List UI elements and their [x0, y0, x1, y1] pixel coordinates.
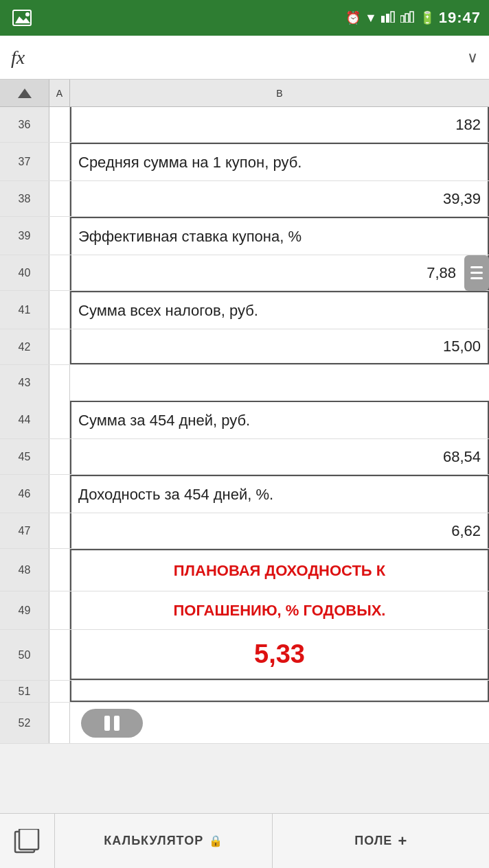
row-number-51: 51: [0, 681, 49, 702]
cell-42-b[interactable]: 15,00: [70, 329, 489, 364]
row-number-48: 48: [0, 549, 49, 591]
cell-41-a[interactable]: [49, 291, 70, 329]
cell-36-a[interactable]: [49, 107, 70, 142]
signal-icon: [381, 10, 396, 26]
select-all-triangle[interactable]: [18, 89, 32, 98]
row-number-36: 36: [0, 107, 49, 142]
formula-icon: fx: [11, 47, 25, 69]
spreadsheet: A B 36 182 37 Средняя сумма на 1 купон, …: [0, 80, 489, 744]
cell-38-b[interactable]: 39,39: [70, 181, 489, 216]
tab-calculator[interactable]: КАЛЬКУЛЯТОР 🔒: [55, 814, 273, 868]
table-row: 42 15,00: [0, 329, 489, 365]
svg-rect-5: [391, 12, 394, 23]
cell-48-a[interactable]: [49, 549, 70, 591]
row-number-44: 44: [0, 401, 49, 438]
tab-pole[interactable]: ПОЛЕ +: [273, 814, 490, 868]
table-row: 44 Сумма за 454 дней, руб.: [0, 401, 489, 439]
formula-chevron[interactable]: ∨: [467, 49, 478, 67]
table-row: 39 Эффективная ставка купона, %: [0, 217, 489, 255]
alarm-icon: ⏰: [345, 10, 361, 25]
cell-43-a[interactable]: [49, 365, 70, 401]
row-number-40: 40: [0, 255, 49, 290]
table-row: 47 6,62: [0, 513, 489, 549]
cell-50-b[interactable]: 5,33: [70, 630, 489, 680]
cell-45-b[interactable]: 68,54: [70, 439, 489, 474]
cell-45-a[interactable]: [49, 439, 70, 474]
cell-51-b[interactable]: [70, 681, 489, 702]
status-bar: ⏰ ▼ 🔋 19:47: [0, 0, 489, 36]
svg-rect-10: [19, 829, 38, 849]
tab-bar: КАЛЬКУЛЯТОР 🔒 ПОЛЕ +: [0, 813, 489, 868]
row-number-37: 37: [0, 143, 49, 180]
svg-point-2: [25, 12, 30, 16]
cell-39-a[interactable]: [49, 217, 70, 255]
drag-handle[interactable]: [464, 255, 489, 291]
tab-calc-label: КАЛЬКУЛЯТОР: [104, 834, 203, 848]
row-number-38: 38: [0, 181, 49, 216]
table-row: 41 Сумма всех налогов, руб.: [0, 291, 489, 329]
cell-52-b: [70, 703, 489, 743]
cell-39-b[interactable]: Эффективная ставка купона, %: [70, 217, 489, 255]
cell-37-a[interactable]: [49, 143, 70, 180]
cell-43-b[interactable]: [70, 365, 489, 401]
table-row: 45 68,54: [0, 439, 489, 475]
cell-38-a[interactable]: [49, 181, 70, 216]
table-row: 48 ПЛАНОВАЯ ДОХОДНОСТЬ К: [0, 549, 489, 591]
row-number-42: 42: [0, 329, 49, 364]
cell-36-b[interactable]: 182: [70, 107, 489, 142]
svg-rect-3: [381, 16, 385, 23]
status-bar-left: [11, 7, 33, 29]
status-bar-right: ⏰ ▼ 🔋 19:47: [345, 9, 481, 27]
col-b-header[interactable]: B: [70, 80, 489, 106]
cell-41-b[interactable]: Сумма всех налогов, руб.: [70, 291, 489, 329]
row-number-50: 50: [0, 630, 49, 680]
cell-51-a[interactable]: [49, 681, 70, 702]
row-number-43: 43: [0, 365, 49, 401]
cell-42-a[interactable]: [49, 329, 70, 364]
table-row: 49 ПОГАШЕНИЮ, % ГОДОВЫХ.: [0, 591, 489, 630]
plus-icon: +: [398, 832, 407, 850]
svg-rect-4: [386, 14, 389, 23]
table-row: 36 182: [0, 107, 489, 143]
row-number-45: 45: [0, 439, 49, 474]
row-number-41: 41: [0, 291, 49, 329]
row-number-39: 39: [0, 217, 49, 255]
sheets-icon: [14, 829, 41, 854]
cell-40-b[interactable]: 7,88: [70, 255, 489, 290]
table-row-52: 52: [0, 703, 489, 744]
formula-bar: fx ∨: [0, 36, 489, 80]
row-number-47: 47: [0, 513, 49, 548]
svg-rect-6: [400, 16, 404, 23]
cell-46-b[interactable]: Доходность за 454 дней, %.: [70, 475, 489, 513]
cell-46-a[interactable]: [49, 475, 70, 513]
svg-marker-1: [15, 16, 30, 23]
col-a-header[interactable]: A: [49, 80, 70, 106]
cell-47-a[interactable]: [49, 513, 70, 548]
table-row-spacer-43: 43: [0, 365, 489, 401]
svg-rect-7: [405, 14, 409, 23]
cell-48-b[interactable]: ПЛАНОВАЯ ДОХОДНОСТЬ К: [70, 549, 489, 591]
gallery-icon: [11, 7, 33, 29]
table-row: 37 Средняя сумма на 1 купон, руб.: [0, 143, 489, 181]
cell-50-a[interactable]: [49, 630, 70, 680]
cell-52-a[interactable]: [49, 703, 70, 743]
cell-40-a[interactable]: [49, 255, 70, 290]
signal2-icon: [400, 10, 416, 26]
cell-44-a[interactable]: [49, 401, 70, 438]
status-time: 19:47: [439, 9, 481, 27]
cell-44-b[interactable]: Сумма за 454 дней, руб.: [70, 401, 489, 438]
svg-rect-8: [410, 12, 413, 23]
row-number-49: 49: [0, 591, 49, 629]
cell-49-a[interactable]: [49, 591, 70, 629]
table-row: 46 Доходность за 454 дней, %.: [0, 475, 489, 513]
tab-bar-sheets-icon[interactable]: [0, 814, 55, 868]
row-number-46: 46: [0, 475, 49, 513]
cell-37-b[interactable]: Средняя сумма на 1 купон, руб.: [70, 143, 489, 180]
cell-47-b[interactable]: 6,62: [70, 513, 489, 548]
column-headers: A B: [0, 80, 489, 107]
wifi-icon: ▼: [365, 11, 377, 25]
pause-button[interactable]: [81, 709, 143, 738]
lock-icon: 🔒: [209, 834, 223, 847]
cell-49-b[interactable]: ПОГАШЕНИЮ, % ГОДОВЫХ.: [70, 591, 489, 629]
table-row: 40 7,88: [0, 255, 489, 291]
